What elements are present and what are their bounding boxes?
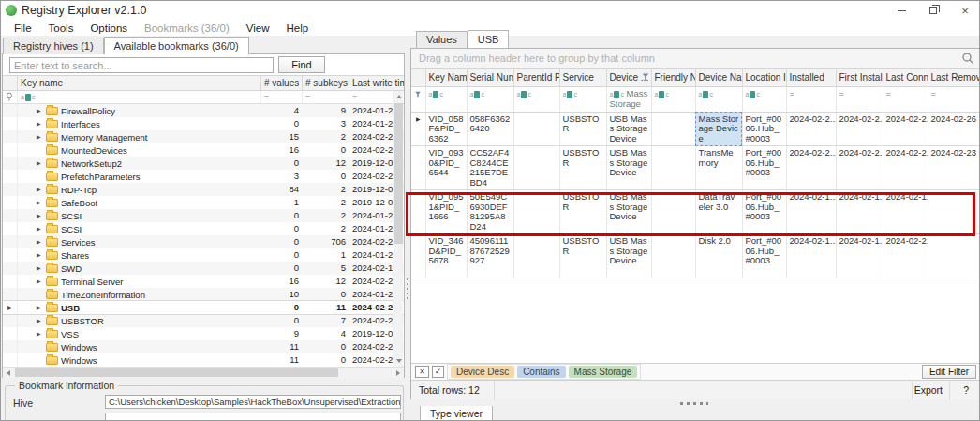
col-serial[interactable]: Serial Num... (467, 69, 513, 86)
col-parent-id[interactable]: ParentId P... (513, 69, 559, 86)
group-by-bar[interactable]: Drag a column header here to group by th… (411, 49, 980, 69)
col-service[interactable]: Service (559, 69, 606, 86)
tree-row[interactable]: ▶SafeBoot122019-12-07 (3, 196, 404, 209)
col-key-name[interactable]: Key Name (425, 69, 467, 86)
tree-row[interactable]: ▶Shares012024-01-21 (3, 248, 404, 262)
hive-path-field[interactable]: C:\Users\chicken\Desktop\Samples\HackThe… (105, 395, 401, 409)
tree-horizontal-scrollbar[interactable] (3, 367, 404, 378)
tree-row[interactable]: Windows1102024-02-23 (3, 340, 404, 353)
cell-service[interactable]: USBSTOR (559, 190, 606, 234)
tree-row[interactable]: ▶USBSTOR072024-02-26 (3, 314, 404, 327)
cell-last-connected[interactable]: 2024-02-1... (883, 190, 928, 234)
minimize-button[interactable] (885, 1, 917, 20)
col-last-connected[interactable]: Last Conn... (883, 69, 928, 86)
cell-serial[interactable]: 058F63626420 (467, 112, 513, 146)
cell-service[interactable]: USBSTOR (559, 112, 606, 146)
tree-row[interactable]: ▶FirewallPolicy492024-01-21 (3, 104, 404, 117)
cell-last-connected[interactable]: 2024-02-2... (883, 234, 928, 278)
close-filter-button[interactable]: ✕ (415, 366, 429, 378)
cell-parent-id[interactable] (513, 112, 559, 146)
tab-registry-hives[interactable]: Registry hives (1) (3, 38, 104, 54)
usb-row[interactable]: ▶VID_058F&PID_6362058F63626420USBSTORUSB… (411, 112, 980, 146)
tab-type-viewer[interactable]: Type viewer (420, 406, 493, 421)
expand-icon[interactable]: ▶ (37, 263, 43, 275)
search-icon[interactable] (961, 52, 974, 65)
cell-last-removed[interactable]: 2024-02-23 ... (928, 146, 980, 190)
expand-icon[interactable]: ▶ (37, 158, 43, 170)
filter-field-pill[interactable]: Device Desc (451, 366, 514, 378)
horizontal-splitter[interactable] (680, 402, 708, 405)
tree-row[interactable]: ▶Memory Management1522024-02-26 (3, 130, 404, 143)
cell-installed[interactable]: 2024-02-1... (786, 190, 836, 234)
cell-parent-id[interactable] (513, 190, 559, 234)
menu-file[interactable]: File (7, 22, 39, 35)
expand-icon[interactable]: ▶ (37, 197, 43, 209)
col-installed[interactable]: Installed (786, 69, 836, 86)
col-key-name[interactable]: Key name (18, 76, 261, 90)
tree-filter-row[interactable]: ac = = = (3, 91, 404, 104)
cell-service[interactable]: USBSTOR (559, 234, 606, 278)
menu-view[interactable]: View (239, 22, 277, 35)
cell-friendly-name[interactable] (651, 112, 695, 146)
col-num-subkeys[interactable]: # subkeys (303, 76, 349, 90)
expand-icon[interactable]: ▶ (37, 223, 43, 235)
auto-filter-row[interactable]: ac ac ac ac ac Mass Storage ac ac ac = =… (411, 86, 980, 112)
col-device-desc[interactable]: Device ... (606, 69, 651, 86)
cell-location[interactable]: Port_#0006.Hub_#0003 (742, 112, 786, 146)
tree-row[interactable]: ▶▶USB0112024-02-26 (3, 301, 404, 314)
filter-operator-pill[interactable]: Contains (517, 366, 565, 378)
expand-icon[interactable]: ▶ (37, 302, 43, 314)
tree-row[interactable]: PrefetchParameters302024-02-26 (3, 170, 404, 183)
cell-location[interactable]: Port_#0006.Hub_#0003 (742, 146, 786, 190)
menu-options[interactable]: Options (82, 22, 135, 35)
tree-row[interactable]: ▶SWD052024-02-19 (3, 262, 404, 275)
cell-device-name[interactable]: Disk 2.0 (695, 234, 742, 278)
cell-parent-id[interactable] (513, 146, 559, 190)
tab-available-bookmarks[interactable]: Available bookmarks (36/0) (104, 37, 249, 54)
usb-row-highlighted[interactable]: VID_346D&PID_56784509611187672529927USBS… (411, 234, 980, 278)
expand-icon[interactable]: ▶ (37, 210, 43, 222)
tab-usb[interactable]: USB (468, 30, 510, 48)
filter-value-pill[interactable]: Mass Storage (569, 366, 638, 378)
bookmark-second-field[interactable] (105, 413, 401, 421)
tree-row[interactable]: Windows1102024-02-23 (3, 353, 404, 367)
cell-device-name[interactable]: TransMemory (695, 146, 742, 190)
close-button[interactable]: × (949, 1, 980, 20)
tree-row[interactable]: ▶VSS942019-12-07 (3, 327, 404, 340)
cell-first-installed[interactable]: 2024-02-1... (836, 190, 883, 234)
cell-serial[interactable]: 50E549C6930DEF81295A8D24 (467, 190, 513, 234)
cell-location[interactable]: Port_#0006.Hub_#0003 (742, 190, 786, 234)
col-num-values[interactable]: # values (261, 76, 303, 90)
restore-button[interactable] (917, 1, 949, 20)
tab-values[interactable]: Values (416, 31, 468, 48)
cell-key-name[interactable]: VID_0930&PID_6544 (425, 146, 467, 190)
cell-key-name[interactable]: VID_346D&PID_5678 (425, 234, 467, 278)
cell-device-desc[interactable]: USB Mass Storage Device (606, 234, 651, 278)
col-device-name[interactable]: Device Na... (695, 69, 742, 86)
search-input[interactable] (9, 57, 274, 73)
cell-first-installed[interactable]: 2024-02-1... (836, 234, 883, 278)
tree-row[interactable]: ▶Interfaces032024-01-21 (3, 117, 404, 130)
tree-row[interactable]: ▶RDP-Tcp8422019-12-07 (3, 183, 404, 196)
cell-first-installed[interactable]: 2024-02-2... (836, 146, 883, 190)
expand-icon[interactable]: ▶ (37, 118, 43, 130)
tree-row[interactable]: ▶Terminal Server16122024-02-26 (3, 275, 404, 288)
expand-icon[interactable]: ▶ (37, 328, 43, 340)
tree-row[interactable]: TimeZoneInformation1002024-01-21 (3, 288, 404, 301)
expand-icon[interactable]: ▶ (37, 105, 43, 117)
expand-icon[interactable]: ▶ (37, 249, 43, 262)
tree-vertical-scrollbar[interactable] (393, 91, 403, 367)
menu-help[interactable]: Help (279, 22, 317, 35)
expand-icon[interactable]: ▶ (37, 276, 43, 288)
find-button[interactable]: Find (278, 56, 325, 73)
edit-filter-button[interactable]: Edit Filter (922, 365, 976, 379)
filter-enabled-checkbox[interactable]: ✓ (432, 366, 444, 378)
cell-installed[interactable]: 2024-02-1... (786, 234, 836, 278)
cell-serial[interactable]: CC52AF4C8244CE215E7DEBD4 (467, 146, 513, 190)
cell-device-name[interactable]: DataTraveler 3.0 (695, 190, 742, 234)
cell-installed[interactable]: 2024-02-2... (786, 146, 836, 190)
col-first-installed[interactable]: First Instal... (836, 69, 883, 86)
cell-last-removed[interactable] (928, 190, 980, 234)
cell-location[interactable]: Port_#0006.Hub_#0003 (742, 234, 786, 278)
cell-device-desc[interactable]: USB Mass Storage Device (606, 112, 651, 146)
